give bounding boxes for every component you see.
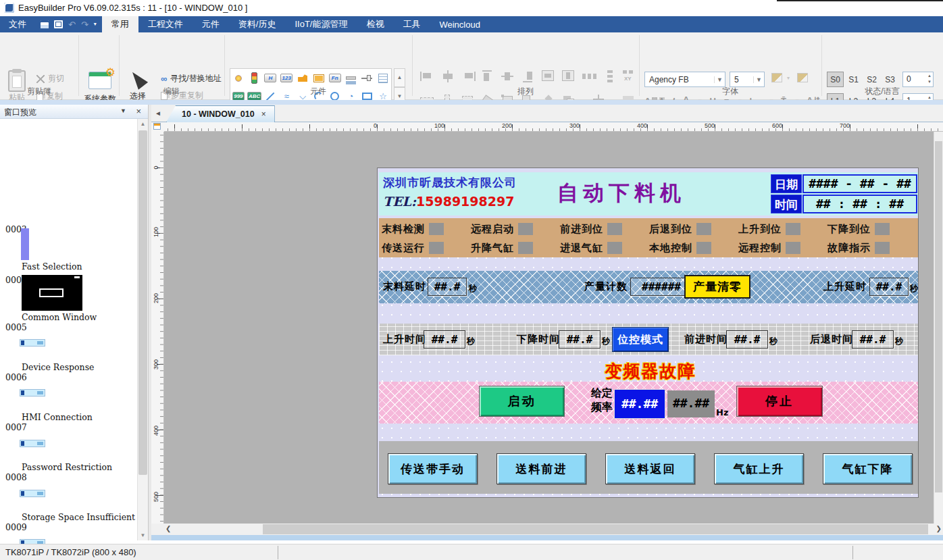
state-s0-button[interactable]: S0 bbox=[827, 72, 844, 87]
distribute-h-icon[interactable] bbox=[582, 70, 597, 82]
feed-delay-value[interactable]: ##.# bbox=[428, 278, 467, 296]
align-middle-icon[interactable] bbox=[501, 70, 516, 82]
indicator-lamp[interactable] bbox=[786, 242, 800, 254]
font-family-dropdown-icon[interactable]: ▼ bbox=[714, 76, 725, 83]
indicator-lamp[interactable] bbox=[696, 223, 711, 235]
font-size-combobox[interactable]: 5 ▼ bbox=[730, 72, 765, 87]
document-tab-close-icon[interactable]: × bbox=[261, 109, 266, 119]
indicator-lamp[interactable] bbox=[875, 223, 890, 235]
rise-time-value[interactable]: ##.# bbox=[424, 330, 465, 349]
state-s1-button[interactable]: S1 bbox=[845, 72, 862, 87]
item-list-icon[interactable] bbox=[378, 74, 388, 83]
window-thumbnail-common-window[interactable] bbox=[22, 275, 82, 311]
menu-file[interactable]: 文件 bbox=[0, 16, 35, 32]
h-scroll-right-icon[interactable]: ❯ bbox=[936, 525, 942, 532]
customize-toolbar-icon[interactable]: ▾ bbox=[94, 22, 97, 27]
clear-production-button[interactable]: 产量清零 bbox=[684, 275, 750, 299]
align-right-icon[interactable] bbox=[461, 70, 476, 82]
canvas-horizontal-scrollbar[interactable]: ❮ ❯ bbox=[164, 524, 943, 535]
preview-item-name[interactable]: Common Window bbox=[22, 312, 97, 322]
tag-icon[interactable] bbox=[298, 74, 307, 82]
objects-scroll-up-icon[interactable]: ▲ bbox=[394, 68, 405, 87]
font-size-dropdown-icon[interactable]: ▼ bbox=[753, 76, 764, 83]
tab-home[interactable]: 常用 bbox=[102, 16, 138, 32]
state-s2-button[interactable]: S2 bbox=[863, 72, 880, 87]
layers-icon[interactable] bbox=[346, 76, 356, 80]
format-painter-button[interactable]: ▾ bbox=[771, 73, 808, 82]
panel-dropdown-icon[interactable]: ▼ bbox=[120, 107, 126, 114]
state-spinner[interactable]: 0 ▲▼ bbox=[902, 72, 934, 87]
state-spinner-arrows[interactable]: ▲▼ bbox=[927, 73, 932, 85]
preview-panel-scrollbar[interactable]: ▲ ▼ bbox=[137, 119, 148, 540]
indicator-lamp[interactable] bbox=[429, 223, 444, 235]
panel-close-icon[interactable]: × bbox=[136, 106, 141, 116]
scroll-down-icon[interactable]: ▼ bbox=[138, 530, 148, 540]
function-key-icon[interactable] bbox=[313, 74, 324, 82]
fit-width-icon[interactable] bbox=[542, 70, 557, 82]
forward-time-value[interactable]: ##.# bbox=[726, 330, 768, 349]
window-thumbnail-device-response[interactable] bbox=[20, 339, 45, 347]
indicator-lamp[interactable] bbox=[607, 223, 622, 235]
back-time-value[interactable]: ##.# bbox=[852, 330, 894, 349]
tab-view[interactable]: 检视 bbox=[357, 16, 393, 32]
hmi-window-010[interactable]: 深圳市昕晟技术有限公司 TEL:15989198297 自动下料机 日期 ###… bbox=[377, 168, 919, 498]
document-tab[interactable]: 10 - WINDOW_010 × bbox=[166, 105, 275, 122]
undo-icon[interactable]: ↶ bbox=[68, 20, 76, 29]
v-scrollbar-thumb[interactable] bbox=[935, 141, 942, 492]
rise-delay-value[interactable]: ##.# bbox=[869, 278, 909, 296]
fn-key-icon[interactable]: Fn bbox=[329, 74, 341, 82]
align-center-icon[interactable] bbox=[440, 70, 455, 82]
tab-scroll-left-icon[interactable]: ◄ bbox=[155, 109, 161, 117]
preview-item-name[interactable]: Fast Selection bbox=[22, 261, 82, 272]
feed-forward-button[interactable]: 送料前进 bbox=[496, 453, 586, 484]
tab-object[interactable]: 元件 bbox=[193, 16, 229, 32]
window-thumbnail-storage-space[interactable] bbox=[20, 490, 45, 497]
apply-format-icon[interactable] bbox=[797, 73, 808, 82]
align-top-icon[interactable] bbox=[481, 70, 496, 82]
conveyor-manual-button[interactable]: 传送带手动 bbox=[388, 453, 478, 484]
position-mode-button[interactable]: 位控模式 bbox=[612, 327, 669, 352]
window-thumbnail-hmi-connection[interactable] bbox=[20, 389, 45, 397]
cylinder-up-button[interactable]: 气缸上升 bbox=[714, 453, 804, 484]
xy-position-icon[interactable]: XY bbox=[623, 70, 638, 82]
distribute-v-icon[interactable] bbox=[603, 70, 617, 82]
fall-time-value[interactable]: ##.# bbox=[559, 330, 601, 349]
align-left-icon[interactable] bbox=[420, 70, 435, 82]
cut-button[interactable]: 剪切 bbox=[36, 73, 64, 84]
word-lamp-icon[interactable] bbox=[251, 72, 257, 84]
set-word-button-icon[interactable]: 123 bbox=[280, 74, 292, 82]
window-thumbnail-password-restriction[interactable] bbox=[20, 440, 45, 447]
set-frequency-value[interactable]: ##.## bbox=[614, 389, 665, 419]
set-bit-button-icon[interactable]: H bbox=[264, 74, 276, 82]
preview-item-name[interactable]: Device Response bbox=[22, 362, 94, 372]
find-replace-address-button[interactable]: ∞ 寻找/替换地址 bbox=[161, 73, 222, 84]
font-family-combobox[interactable]: Agency FB ▼ bbox=[644, 72, 725, 87]
preview-item-name[interactable]: Storage Space Insufficient bbox=[22, 512, 135, 522]
tab-tool[interactable]: 工具 bbox=[393, 16, 430, 32]
feed-return-button[interactable]: 送料返回 bbox=[605, 453, 695, 484]
h-scroll-left-icon[interactable]: ❮ bbox=[165, 525, 171, 532]
state-s3-button[interactable]: S3 bbox=[882, 72, 898, 87]
indicator-lamp[interactable] bbox=[518, 242, 533, 254]
redo-icon[interactable]: ↷ bbox=[81, 20, 88, 29]
tab-data-history[interactable]: 资料/历史 bbox=[229, 16, 286, 32]
canvas-vertical-scrollbar[interactable] bbox=[934, 132, 943, 524]
format-painter-dropdown-icon[interactable]: ▾ bbox=[787, 75, 790, 81]
indicator-lamp[interactable] bbox=[518, 223, 533, 235]
scroll-up-icon[interactable]: ▲ bbox=[138, 119, 148, 129]
indicator-lamp[interactable] bbox=[696, 242, 711, 254]
slider-icon[interactable] bbox=[361, 78, 372, 79]
preview-item-name[interactable]: Password Restriction bbox=[22, 462, 112, 472]
indicator-lamp[interactable] bbox=[429, 242, 444, 254]
design-canvas[interactable]: 深圳市昕晟技术有限公司 TEL:15989198297 自动下料机 日期 ###… bbox=[164, 132, 943, 524]
tab-weincloud[interactable]: Weincloud bbox=[430, 16, 489, 32]
indicator-lamp[interactable] bbox=[607, 242, 622, 254]
tab-iiot-energy[interactable]: IIoT/能源管理 bbox=[285, 16, 357, 32]
align-bottom-icon[interactable] bbox=[521, 70, 536, 82]
preview-item-name[interactable]: HMI Connection bbox=[22, 412, 93, 422]
fit-height-icon[interactable] bbox=[562, 70, 577, 82]
indicator-lamp[interactable] bbox=[786, 223, 800, 235]
indicator-lamp[interactable] bbox=[875, 242, 890, 254]
production-count-value[interactable]: ###### bbox=[630, 278, 692, 296]
scrollbar-thumb[interactable] bbox=[138, 130, 147, 475]
